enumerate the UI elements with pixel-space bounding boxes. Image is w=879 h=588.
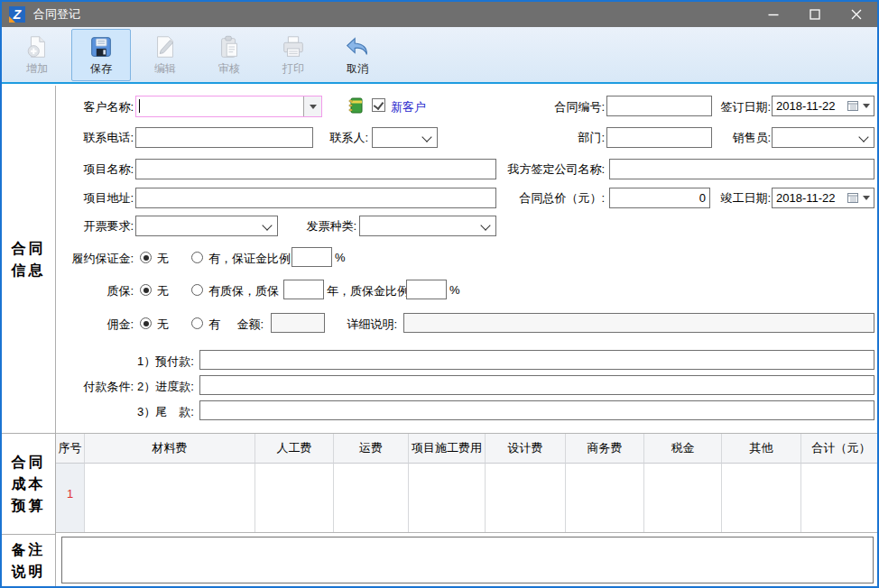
salesman-select[interactable] <box>772 127 874 148</box>
salesman-label: 销售员: <box>670 130 771 145</box>
finish-date-label: 竣工日期: <box>670 190 771 206</box>
dropdown-arrow-icon <box>310 105 317 109</box>
bond-label: 履约保证金: <box>38 251 134 266</box>
chevron-down-icon <box>421 132 431 142</box>
sidebar-line: 成本 <box>12 473 46 495</box>
titlebar: Z 合同登记 <box>2 2 877 27</box>
cost-table: 序号 材料费 人工费 运费 项目施工费用 设计费 商务费 税金 其他 合计（元）… <box>56 433 879 533</box>
phone-label: 联系电话: <box>54 130 134 145</box>
bond-none-label: 无 <box>157 251 169 267</box>
save-button-label: 保存 <box>90 61 112 77</box>
payment-progress-label: 2）进度款: <box>137 379 197 394</box>
toolbar: 增加 保存 编辑 审核 打印 取消 <box>2 27 877 84</box>
chevron-down-icon <box>262 220 272 230</box>
printer-icon <box>280 33 307 60</box>
warranty-percent-label: % <box>449 283 460 297</box>
undo-arrow-icon <box>344 33 371 60</box>
warranty-none-radio[interactable] <box>140 284 152 296</box>
table-cell-tax[interactable] <box>644 464 722 532</box>
phone-field[interactable] <box>135 127 313 148</box>
commission-detail-label: 详细说明: <box>334 317 397 332</box>
address-book-icon[interactable] <box>347 96 365 115</box>
finish-date-value: 2018-11-22 <box>776 191 847 205</box>
payment-advance-field[interactable] <box>199 350 874 370</box>
payment-terms-label: 付款条件: <box>54 379 134 394</box>
table-cell-total[interactable] <box>801 464 879 532</box>
contact-select[interactable] <box>372 127 438 148</box>
cancel-button[interactable]: 取消 <box>328 29 387 81</box>
minimize-icon <box>768 9 779 20</box>
project-address-field[interactable] <box>135 188 496 208</box>
bond-ratio-field[interactable] <box>291 247 332 267</box>
add-button: 增加 <box>7 29 67 81</box>
sign-date-label: 签订日期: <box>670 99 771 115</box>
bond-none-radio[interactable] <box>140 252 152 263</box>
commission-amount-label: 金额: <box>229 317 264 332</box>
commission-has-radio[interactable] <box>191 317 203 329</box>
edit-button-label: 编辑 <box>154 61 176 77</box>
customer-name-input[interactable] <box>140 96 303 116</box>
table-cell-freight[interactable] <box>334 464 409 532</box>
sidebar-line: 预算 <box>12 495 46 517</box>
warranty-years-field[interactable] <box>283 280 324 299</box>
add-document-icon <box>23 33 51 60</box>
clipboard-icon <box>216 33 243 60</box>
sidebar-line: 备注 <box>12 539 46 561</box>
payment-progress-field[interactable] <box>199 375 874 395</box>
edit-pencil-icon <box>152 33 179 60</box>
project-name-field[interactable] <box>135 159 496 179</box>
sidebar-label-remarks: 备注 说明 <box>12 539 46 583</box>
table-cell-design[interactable] <box>486 464 566 532</box>
bond-has-radio[interactable] <box>191 252 203 263</box>
table-cell-labor[interactable] <box>255 464 334 532</box>
app-logo-letter: Z <box>9 6 25 23</box>
table-cell-business[interactable] <box>566 464 644 532</box>
invoice-req-select[interactable] <box>135 216 278 236</box>
commission-none-radio[interactable] <box>140 317 152 329</box>
table-cell-material[interactable] <box>85 464 255 532</box>
our-company-field[interactable] <box>609 159 874 179</box>
save-button[interactable]: 保存 <box>71 29 131 81</box>
customer-combobox-dropdown-button[interactable] <box>303 96 321 116</box>
sidebar-line: 说明 <box>12 561 46 583</box>
customer-name-combobox[interactable] <box>135 96 322 117</box>
column-header-freight: 运费 <box>334 434 409 464</box>
column-header-material: 材料费 <box>85 434 255 464</box>
dropdown-arrow-icon <box>863 104 870 108</box>
commission-amount-field[interactable] <box>271 313 325 333</box>
our-company-label: 我方签定公司名称: <box>496 161 605 177</box>
table-cell-construction[interactable] <box>409 464 486 532</box>
payment-advance-label: 1）预付款: <box>137 354 197 369</box>
sign-date-value: 2018-11-22 <box>776 99 847 113</box>
app-logo-icon: Z <box>9 6 25 23</box>
column-header-no: 序号 <box>56 434 85 464</box>
print-button-label: 打印 <box>282 61 304 77</box>
sidebar-section-remarks: 备注 说明 <box>2 534 56 586</box>
chevron-down-icon <box>858 132 868 142</box>
table-cell-other[interactable] <box>722 464 801 532</box>
calendar-icon <box>847 192 859 204</box>
bond-percent-label: % <box>335 251 346 264</box>
maximize-button[interactable] <box>794 2 836 27</box>
minimize-button[interactable] <box>753 2 794 27</box>
close-button[interactable] <box>836 2 877 27</box>
invoice-type-label: 发票种类: <box>295 218 356 234</box>
floppy-disk-icon <box>88 33 115 60</box>
calendar-icon <box>847 100 859 112</box>
sidebar-line: 合同 <box>12 452 46 473</box>
sidebar-label-cost-budget: 合同 成本 预算 <box>12 452 46 517</box>
warranty-ratio-field[interactable] <box>406 280 447 299</box>
payment-final-field[interactable] <box>199 400 874 420</box>
finish-date-picker[interactable]: 2018-11-22 <box>772 188 874 208</box>
warranty-has-radio[interactable] <box>191 284 203 296</box>
remarks-textarea[interactable] <box>61 537 874 583</box>
invoice-type-select[interactable] <box>359 216 496 236</box>
sign-date-picker[interactable]: 2018-11-22 <box>772 96 874 116</box>
department-label: 部门: <box>504 130 605 145</box>
row-index-cell[interactable]: 1 <box>56 464 85 532</box>
new-customer-checkbox[interactable] <box>372 98 385 112</box>
print-button: 打印 <box>264 29 323 81</box>
sidebar-section-cost-budget: 合同 成本 预算 <box>2 433 56 534</box>
column-header-tax: 税金 <box>644 434 722 464</box>
commission-detail-field[interactable] <box>403 313 874 333</box>
